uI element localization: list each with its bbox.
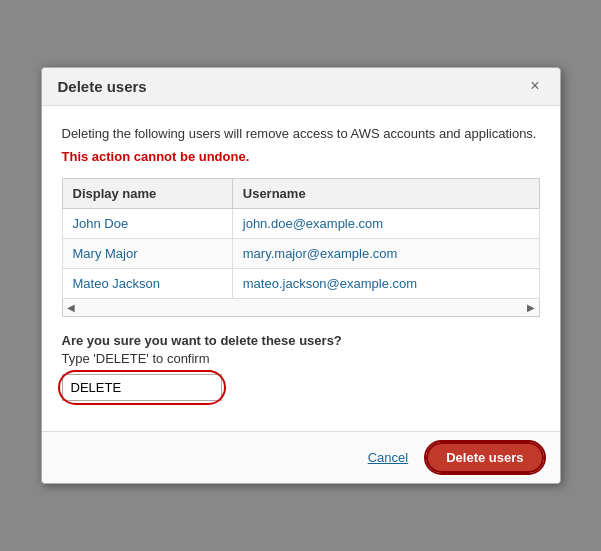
user-username: mateo.jackson@example.com [232,269,539,299]
scroll-bar: ◀ ▶ [62,299,540,317]
confirm-section: Are you sure you want to delete these us… [62,333,540,401]
dialog-header: Delete users × [42,68,560,106]
table-row: John Doejohn.doe@example.com [62,209,539,239]
scroll-left-arrow[interactable]: ◀ [65,302,77,313]
user-display-name[interactable]: Mary Major [62,239,232,269]
dialog-footer: Cancel Delete users [42,431,560,483]
dialog-title: Delete users [58,78,147,95]
info-text: Deleting the following users will remove… [62,124,540,144]
users-table: Display name Username John Doejohn.doe@e… [62,178,540,299]
user-username: mary.major@example.com [232,239,539,269]
table-row: Mary Majormary.major@example.com [62,239,539,269]
confirm-question: Are you sure you want to delete these us… [62,333,540,348]
confirm-instruction: Type 'DELETE' to confirm [62,351,540,366]
user-display-name[interactable]: Mateo Jackson [62,269,232,299]
dialog-body: Deleting the following users will remove… [42,106,560,432]
cancel-button[interactable]: Cancel [360,446,416,469]
col-username: Username [232,179,539,209]
scroll-right-arrow[interactable]: ▶ [525,302,537,313]
user-username: john.doe@example.com [232,209,539,239]
warning-text: This action cannot be undone. [62,149,540,164]
col-display-name: Display name [62,179,232,209]
table-row: Mateo Jacksonmateo.jackson@example.com [62,269,539,299]
delete-confirm-input[interactable] [62,374,222,401]
delete-users-dialog: Delete users × Deleting the following us… [41,67,561,485]
delete-input-wrapper [62,374,222,401]
delete-users-button[interactable]: Delete users [426,442,543,473]
user-display-name[interactable]: John Doe [62,209,232,239]
delete-users-label: Delete users [446,450,523,465]
table-header-row: Display name Username [62,179,539,209]
close-button[interactable]: × [526,78,543,94]
